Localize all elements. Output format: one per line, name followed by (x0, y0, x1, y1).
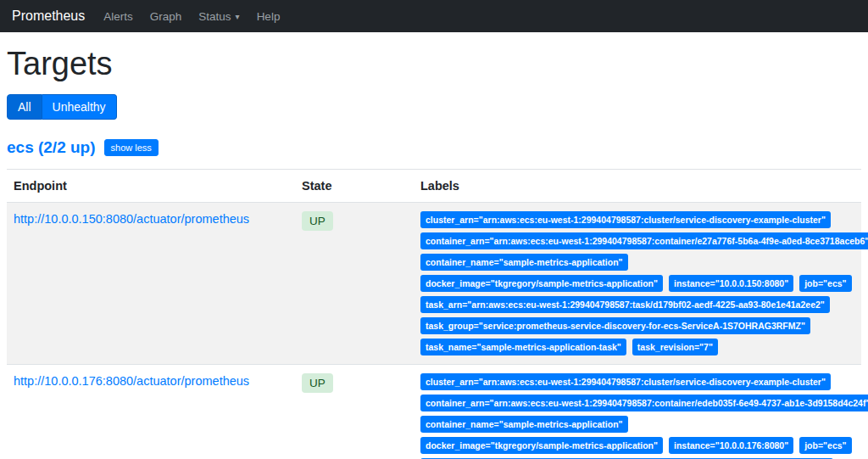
label-badge: task_arn="arn:aws:ecs:eu-west-1:29940479… (420, 296, 830, 313)
labels-cell: cluster_arn="arn:aws:ecs:eu-west-1:29940… (414, 365, 861, 459)
label-badge: cluster_arn="arn:aws:ecs:eu-west-1:29940… (420, 373, 831, 390)
filter-all-button[interactable]: All (7, 94, 42, 120)
brand-prometheus[interactable]: Prometheus (12, 8, 85, 24)
job-header: ecs (2/2 up) show less (7, 138, 861, 157)
label-badge: cluster_arn="arn:aws:ecs:eu-west-1:29940… (420, 211, 831, 228)
page-title: Targets (7, 46, 861, 82)
label-badge: task_revision="7" (632, 339, 718, 355)
chevron-down-icon: ▾ (236, 12, 240, 21)
table-row: http://10.0.0.150:8080/actuator/promethe… (7, 203, 861, 365)
label-badge: job="ecs" (799, 437, 851, 454)
table-row: http://10.0.0.176:8080/actuator/promethe… (7, 365, 861, 459)
labels-list: cluster_arn="arn:aws:ecs:eu-west-1:29940… (420, 373, 854, 459)
job-title: ecs (2/2 up) (7, 138, 96, 157)
nav-item-status[interactable]: Status ▾ (198, 10, 239, 23)
label-badge: job="ecs" (799, 275, 851, 292)
label-badge: task_name="sample-metrics-application-ta… (420, 339, 626, 355)
column-header-endpoint: Endpoint (7, 170, 295, 203)
column-header-labels: Labels (414, 170, 861, 203)
top-navbar: Prometheus Alerts Graph Status ▾ Help (0, 0, 868, 32)
endpoint-cell: http://10.0.0.176:8080/actuator/promethe… (7, 365, 295, 459)
nav-item-status-label: Status (198, 10, 231, 23)
show-less-button[interactable]: show less (104, 139, 159, 156)
endpoint-link[interactable]: http://10.0.0.176:8080/actuator/promethe… (14, 374, 249, 388)
targets-table: Endpoint State Labels http://10.0.0.150:… (7, 169, 861, 459)
state-badge: UP (302, 211, 333, 231)
label-badge: container_arn="arn:aws:ecs:eu-west-1:299… (420, 395, 868, 411)
filter-unhealthy-button[interactable]: Unhealthy (42, 94, 117, 120)
label-badge: instance="10.0.0.150:8080" (669, 275, 793, 292)
target-filter-group: All Unhealthy (7, 94, 117, 120)
column-header-state: State (295, 170, 414, 203)
label-badge: docker_image="tkgregory/sample-metrics-a… (420, 275, 663, 292)
label-badge: instance="10.0.0.176:8080" (669, 437, 793, 454)
label-badge: container_name="sample-metrics-applicati… (420, 416, 628, 433)
nav-item-help[interactable]: Help (257, 10, 281, 23)
state-cell: UP (295, 365, 414, 459)
label-badge: task_group="service:prometheus-service-d… (420, 317, 810, 334)
nav-item-alerts[interactable]: Alerts (103, 10, 133, 23)
endpoint-link[interactable]: http://10.0.0.150:8080/actuator/promethe… (14, 212, 249, 226)
table-header-row: Endpoint State Labels (7, 170, 861, 203)
state-badge: UP (302, 373, 333, 393)
label-badge: container_name="sample-metrics-applicati… (420, 254, 628, 271)
label-badge: docker_image="tkgregory/sample-metrics-a… (420, 437, 663, 454)
page-content: Targets All Unhealthy ecs (2/2 up) show … (0, 46, 868, 459)
endpoint-cell: http://10.0.0.150:8080/actuator/promethe… (7, 203, 295, 365)
nav-item-graph[interactable]: Graph (150, 10, 182, 23)
labels-list: cluster_arn="arn:aws:ecs:eu-west-1:29940… (420, 211, 854, 355)
labels-cell: cluster_arn="arn:aws:ecs:eu-west-1:29940… (414, 203, 861, 365)
state-cell: UP (295, 203, 414, 365)
label-badge: container_arn="arn:aws:ecs:eu-west-1:299… (420, 232, 868, 249)
